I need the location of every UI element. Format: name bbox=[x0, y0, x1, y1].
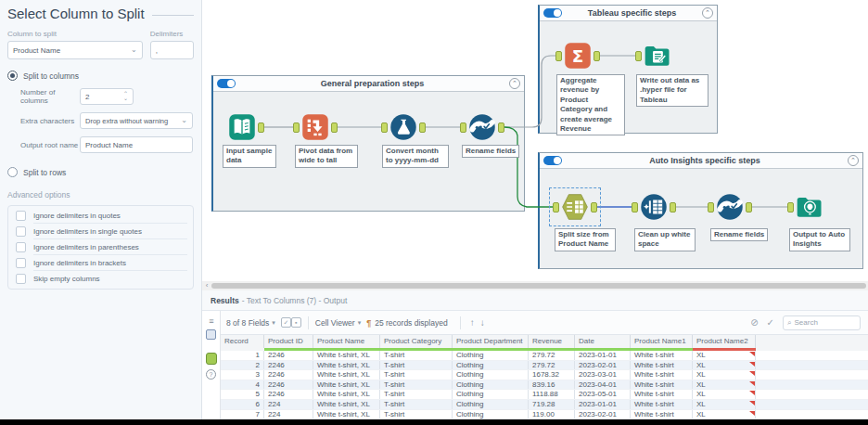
table-cell[interactable]: 4 bbox=[221, 380, 264, 390]
input-anchor[interactable] bbox=[787, 202, 794, 212]
tool-select-2[interactable] bbox=[708, 193, 752, 221]
collapse-button[interactable]: ⌃ bbox=[509, 78, 520, 89]
cell-viewer-dropdown[interactable]: Cell Viewer ▾ bbox=[315, 318, 361, 328]
table-cell[interactable]: 1118.88 bbox=[529, 390, 575, 399]
search-input[interactable]: ⌕ Search bbox=[783, 316, 861, 330]
no-filter-icon[interactable]: ⊘ bbox=[750, 317, 758, 328]
tool-annotation[interactable]: Output to Auto Insights bbox=[789, 228, 850, 251]
tool-transpose[interactable] bbox=[293, 113, 338, 141]
table-cell[interactable]: T-shirt bbox=[380, 400, 453, 409]
output-anchor[interactable] bbox=[258, 122, 264, 133]
tool-input-data[interactable] bbox=[220, 113, 264, 141]
table-row[interactable]: 42246White t-shirt, XLT-shirtClothing839… bbox=[221, 380, 868, 391]
output-anchor[interactable] bbox=[419, 122, 426, 133]
table-cell[interactable]: 2 bbox=[221, 361, 264, 370]
table-cell[interactable]: 5 bbox=[221, 390, 264, 399]
table-cell[interactable]: White t-shirt, XL bbox=[313, 390, 380, 399]
table-cell[interactable]: 719.28 bbox=[529, 400, 575, 409]
scrollbar-thumb[interactable] bbox=[211, 283, 866, 289]
tool-annotation[interactable]: Split size from Product Name bbox=[555, 228, 616, 251]
checkbox-ignore-quotes[interactable]: Ignore delimiters in quotes bbox=[16, 208, 187, 224]
output-anchor-button[interactable] bbox=[206, 353, 217, 365]
table-cell[interactable]: XL bbox=[693, 380, 756, 390]
column-header[interactable]: Record bbox=[221, 335, 264, 348]
tool-output-auto-insights[interactable] bbox=[787, 193, 832, 221]
tool-annotation[interactable]: Aggregate revenue by Product Category an… bbox=[556, 74, 625, 135]
workflow-canvas[interactable]: General preparation steps ⌃ Tableau spec… bbox=[202, 0, 868, 281]
tool-annotation[interactable]: Pivot data from wide to tall bbox=[295, 145, 358, 168]
column-header[interactable]: Date bbox=[575, 335, 631, 348]
tool-annotation[interactable]: Rename fields bbox=[462, 145, 519, 158]
table-cell[interactable]: 279.72 bbox=[529, 351, 575, 360]
table-cell[interactable]: 2246 bbox=[264, 361, 313, 370]
data-view-icon[interactable] bbox=[206, 329, 216, 340]
table-cell[interactable]: 2023-05-01 bbox=[575, 390, 631, 399]
table-cell[interactable]: 279.72 bbox=[529, 361, 575, 370]
tool-summarize[interactable]: Σ bbox=[555, 42, 600, 70]
table-row[interactable]: 32246White t-shirt, XLT-shirtClothing167… bbox=[221, 370, 868, 380]
table-cell[interactable]: White t-shirt bbox=[631, 370, 693, 380]
tool-annotation[interactable]: Write out data as .hyper file for Tablea… bbox=[636, 74, 708, 107]
table-cell[interactable]: XL bbox=[693, 400, 756, 409]
tool-annotation[interactable]: Convert month to yyyy-mm-dd bbox=[382, 145, 449, 168]
select-fields-icon[interactable]: ✓ bbox=[281, 317, 291, 328]
table-row[interactable]: 22246White t-shirt, XLT-shirtClothing279… bbox=[221, 361, 868, 371]
table-cell[interactable]: Clothing bbox=[453, 400, 529, 409]
table-row[interactable]: 6224White t-shirt, XLT-shirtClothing719.… bbox=[221, 400, 868, 410]
help-icon[interactable]: ? bbox=[206, 369, 216, 380]
table-cell[interactable]: 1 bbox=[221, 351, 264, 360]
column-header[interactable]: Product Name1 bbox=[631, 335, 693, 348]
stepper-arrows-icon[interactable]: ⌃⌄ bbox=[123, 92, 128, 101]
column-header[interactable]: Product Department bbox=[453, 335, 529, 348]
metadata-view-icon[interactable]: ≡ bbox=[202, 316, 221, 326]
output-anchor[interactable] bbox=[591, 202, 597, 212]
column-header[interactable]: Product ID bbox=[264, 335, 313, 348]
extra-characters-dropdown[interactable]: Drop extra without warning ⌄ bbox=[80, 112, 193, 129]
checkbox-ignore-single-quotes[interactable]: Ignore delimiters in single quotes bbox=[16, 224, 187, 239]
table-cell[interactable]: XL bbox=[693, 410, 756, 419]
table-cell[interactable]: 2023-04-01 bbox=[575, 380, 631, 390]
scroll-up-icon[interactable]: ↑ bbox=[470, 317, 475, 328]
scroll-down-icon[interactable]: ↓ bbox=[480, 317, 485, 328]
table-cell[interactable]: 1678.32 bbox=[529, 370, 575, 380]
output-anchor[interactable] bbox=[670, 202, 676, 212]
table-cell[interactable]: White t-shirt bbox=[631, 361, 693, 370]
table-cell[interactable]: 2023-01-01 bbox=[575, 351, 631, 360]
input-anchor[interactable] bbox=[553, 202, 559, 212]
tool-annotation[interactable]: Clean up white space bbox=[634, 228, 696, 251]
container-enable-toggle[interactable] bbox=[543, 156, 562, 165]
table-cell[interactable]: T-shirt bbox=[380, 380, 453, 390]
output-root-name-input[interactable]: Product Name bbox=[80, 136, 193, 153]
table-cell[interactable]: XL bbox=[693, 390, 756, 399]
column-to-split-dropdown[interactable]: Product Name ⌄ bbox=[7, 41, 143, 59]
collapse-button[interactable]: ⌃ bbox=[848, 155, 859, 166]
table-cell[interactable]: XL bbox=[693, 351, 756, 360]
apply-icon[interactable]: ✓ bbox=[767, 317, 774, 328]
table-cell[interactable]: White t-shirt, XL bbox=[313, 400, 380, 409]
column-header[interactable]: Product Name bbox=[313, 335, 380, 348]
input-anchor[interactable] bbox=[635, 51, 642, 61]
table-cell[interactable]: 2246 bbox=[264, 380, 313, 390]
table-cell[interactable]: 6 bbox=[221, 400, 264, 409]
table-cell[interactable]: 2246 bbox=[264, 390, 313, 399]
column-header[interactable]: Revenue bbox=[529, 335, 575, 348]
table-cell[interactable]: White t-shirt, XL bbox=[313, 410, 380, 419]
table-cell[interactable]: White t-shirt bbox=[631, 410, 693, 419]
table-cell[interactable]: White t-shirt, XL bbox=[313, 361, 380, 370]
output-anchor[interactable] bbox=[331, 122, 338, 133]
column-header[interactable]: Product Name2 bbox=[693, 335, 756, 348]
table-row[interactable]: 12246White t-shirt, XLT-shirtClothing279… bbox=[221, 351, 868, 361]
input-anchor[interactable] bbox=[293, 122, 300, 133]
table-cell[interactable]: 7 bbox=[221, 410, 264, 419]
container-enable-toggle[interactable] bbox=[217, 79, 236, 88]
table-cell[interactable]: 224 bbox=[264, 400, 313, 409]
table-cell[interactable]: White t-shirt bbox=[631, 351, 693, 360]
table-cell[interactable]: T-shirt bbox=[380, 351, 453, 360]
input-anchor[interactable] bbox=[460, 122, 466, 133]
delimiters-input[interactable]: , bbox=[150, 41, 194, 59]
table-cell[interactable]: T-shirt bbox=[380, 370, 453, 380]
tool-annotation[interactable]: Input sample data bbox=[223, 145, 276, 168]
table-cell[interactable]: White t-shirt, XL bbox=[313, 380, 380, 390]
table-cell[interactable]: Clothing bbox=[453, 410, 529, 419]
tool-text-to-columns[interactable] bbox=[553, 193, 597, 221]
